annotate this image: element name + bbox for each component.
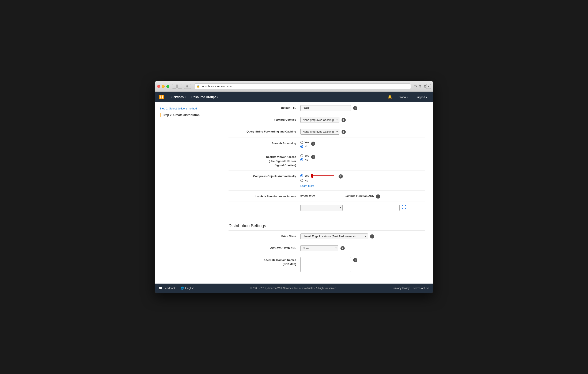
alt-domain-row: Alternate Domain Names(CNAMEs) i (229, 254, 425, 275)
forward-button[interactable]: › (178, 84, 182, 88)
query-string-select[interactable]: None (Improves Caching) (300, 129, 339, 135)
nav-arrows: ‹ › (172, 84, 182, 88)
waf-control: None i (300, 245, 425, 251)
smooth-streaming-radio-group: Yes No (300, 141, 309, 148)
resource-groups-nav[interactable]: Resource Groups ▾ (189, 92, 221, 102)
sidebar: Step 1: Select delivery method Step 2: C… (155, 102, 220, 284)
forward-cookies-label: Forward Cookies (229, 117, 300, 122)
footer-right: Privacy Policy Terms of Use (393, 287, 429, 290)
new-tab-button[interactable]: + (426, 84, 431, 89)
reload-button[interactable]: ↻ (414, 84, 417, 88)
smooth-streaming-yes-radio[interactable] (300, 141, 303, 144)
compress-yes-radio[interactable] (300, 174, 303, 177)
restrict-viewer-yes-label[interactable]: Yes (300, 154, 309, 157)
back-button[interactable]: ‹ (172, 84, 177, 88)
navbar-right: 🔔 Global ▾ Support ▾ (386, 92, 430, 102)
restrict-viewer-info[interactable]: i (311, 155, 315, 159)
compress-yes-text: Yes (304, 174, 309, 177)
event-type-select[interactable] (300, 205, 343, 211)
footer: 💬 Feedback 🌐 English © 2008 - 2017, Amaz… (155, 284, 433, 293)
restrict-viewer-row: Restrict Viewer Access(Use Signed URLs o… (229, 151, 425, 171)
smooth-streaming-no-text: No (304, 145, 308, 148)
default-ttl-label: Default TTL (229, 105, 300, 110)
default-ttl-input[interactable] (300, 105, 351, 111)
forward-cookies-control: None (Improves Caching) i (300, 117, 425, 123)
alt-domain-input[interactable] (300, 257, 351, 272)
compress-no-radio[interactable] (300, 179, 303, 182)
compress-no-label[interactable]: No (300, 179, 336, 182)
lambda-arn-input[interactable] (345, 205, 399, 211)
lambda-arn-info[interactable]: i (376, 194, 380, 199)
query-string-info[interactable]: i (342, 130, 346, 134)
red-arrow-annotation (311, 173, 336, 178)
default-ttl-info[interactable]: i (353, 106, 357, 110)
alt-domain-info[interactable]: i (353, 258, 357, 262)
compress-info[interactable]: i (339, 174, 343, 179)
waf-info[interactable]: i (340, 246, 345, 250)
sidebar-step1[interactable]: Step 1: Select delivery method (155, 106, 220, 111)
terms-of-use-link[interactable]: Terms of Use (413, 287, 429, 290)
lambda-inputs: + (300, 205, 425, 211)
globe-icon: 🌐 (181, 287, 184, 290)
fullscreen-button[interactable]: ⧉ (424, 84, 426, 88)
query-string-label: Query String Forwarding and Caching (229, 129, 300, 134)
smooth-streaming-yes-label[interactable]: Yes (300, 141, 309, 144)
maximize-button[interactable] (167, 85, 169, 88)
global-nav[interactable]: Global ▾ (396, 92, 411, 102)
price-class-select[interactable]: Use All Edge Locations (Best Performance… (300, 234, 368, 239)
share-button[interactable]: ⬆ (419, 84, 421, 88)
smooth-streaming-no-label[interactable]: No (300, 145, 309, 148)
red-arrow-svg (311, 173, 336, 178)
compress-yes-label[interactable]: Yes (300, 174, 309, 177)
compress-no-text: No (304, 179, 308, 182)
svg-rect-0 (159, 95, 164, 99)
lock-icon: 🔒 (197, 85, 200, 88)
minimize-button[interactable] (162, 85, 165, 88)
restrict-viewer-yes-text: Yes (304, 154, 309, 157)
restrict-viewer-no-radio[interactable] (300, 158, 303, 161)
smooth-streaming-info[interactable]: i (311, 142, 315, 146)
waf-select[interactable]: None (300, 245, 338, 251)
svg-rect-3 (160, 97, 161, 98)
address-bar[interactable]: 🔒 console.aws.amazon.com (194, 84, 411, 89)
lambda-arn-header: Lambda Function ARN i (345, 193, 425, 199)
feedback-label: Feedback (163, 287, 176, 290)
event-type-label: Event Type (300, 194, 315, 197)
event-type-select-wrapper (300, 205, 343, 211)
services-label: Services (171, 95, 184, 99)
price-class-label: Price Class (229, 234, 300, 238)
restrict-viewer-yes-radio[interactable] (300, 154, 303, 157)
support-nav[interactable]: Support ▾ (412, 92, 430, 102)
copyright-text: © 2008 - 2017, Amazon Web Services, Inc.… (194, 287, 393, 290)
resource-groups-label: Resource Groups (192, 95, 216, 99)
forward-cookies-select[interactable]: None (Improves Caching) (300, 117, 339, 123)
learn-more-link[interactable]: Learn More (300, 184, 336, 187)
feedback-item[interactable]: 💬 Feedback (159, 287, 176, 290)
query-string-control: None (Improves Caching) i (300, 129, 425, 135)
language-item[interactable]: 🌐 English (181, 287, 194, 290)
lambda-header-row: Lambda Function Associations Event Type … (229, 191, 425, 202)
lambda-assoc-label: Lambda Function Associations (229, 194, 300, 198)
event-type-header: Event Type (300, 193, 343, 197)
price-class-info[interactable]: i (370, 234, 374, 239)
forward-cookies-select-wrapper: None (Improves Caching) (300, 117, 339, 123)
restrict-viewer-no-text: No (304, 158, 308, 161)
tab-view[interactable]: ⊡ (184, 84, 191, 89)
close-button[interactable] (157, 85, 160, 88)
query-string-select-wrapper: None (Improves Caching) (300, 129, 339, 135)
english-label: English (185, 287, 194, 290)
global-caret: ▾ (407, 96, 408, 98)
restrict-viewer-no-label[interactable]: No (300, 158, 309, 161)
compress-options: Yes (300, 173, 336, 187)
privacy-policy-link[interactable]: Privacy Policy (393, 287, 410, 290)
support-label: Support (415, 96, 425, 99)
services-nav[interactable]: Services ▾ (168, 92, 189, 102)
notifications-icon[interactable]: 🔔 (386, 95, 394, 99)
smooth-streaming-yes-text: Yes (304, 141, 309, 144)
add-lambda-button[interactable]: + (402, 205, 406, 209)
smooth-streaming-no-radio[interactable] (300, 145, 303, 148)
content-area: Default TTL i Forward Cookies None (Impr… (220, 102, 433, 284)
resource-groups-caret: ▾ (217, 96, 218, 98)
lambda-cols: Event Type Lambda Function ARN i (300, 193, 425, 199)
forward-cookies-info[interactable]: i (342, 118, 346, 122)
